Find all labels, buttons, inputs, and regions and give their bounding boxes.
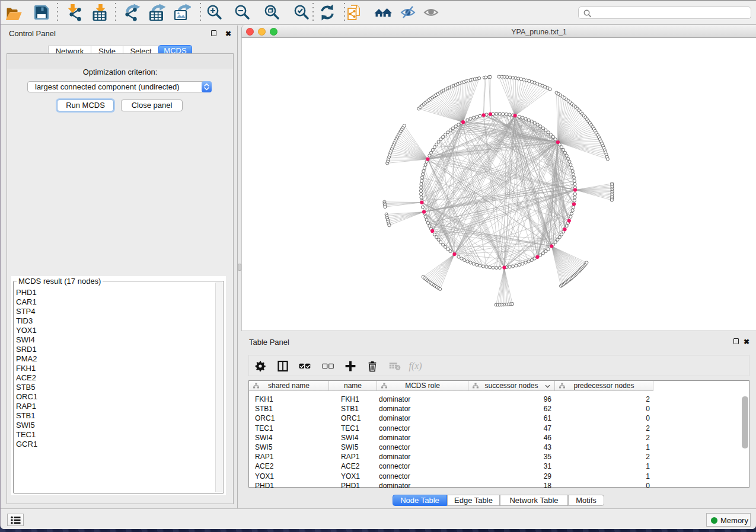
svg-text:f(x): f(x): [409, 361, 422, 371]
